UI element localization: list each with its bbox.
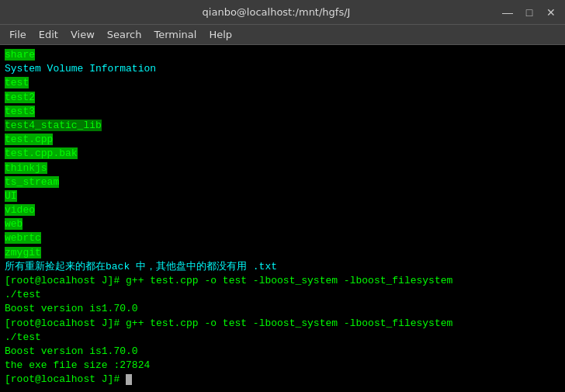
list-item: thinkjs (5, 161, 560, 175)
titlebar: qianbo@localhost:/mnt/hgfs/J — □ ✕ (0, 0, 565, 25)
terminal-output: the exe file size :27824 (5, 359, 560, 373)
terminal-output: [root@localhost J]# g++ test.cpp -o test… (5, 274, 560, 288)
list-item: test2 (5, 91, 560, 105)
list-item: ts_stream (5, 175, 560, 189)
list-item: 所有重新捡起来的都在back 中，其他盘中的都没有用 .txt (5, 260, 560, 274)
menu-file[interactable]: File (3, 27, 33, 42)
list-item: test.cpp.bak (5, 147, 560, 161)
terminal-output: ./test (5, 288, 560, 302)
list-item: test (5, 76, 560, 90)
window-title: qianbo@localhost:/mnt/hgfs/J (53, 6, 500, 18)
menu-view[interactable]: View (64, 27, 101, 42)
list-item: System Volume Information (5, 62, 560, 76)
menu-help[interactable]: Help (203, 27, 238, 42)
list-item: test3 (5, 105, 560, 119)
list-item: test.cpp (5, 133, 560, 147)
list-item: zmygit (5, 246, 560, 260)
terminal-output: Boost version is1.70.0 (5, 345, 560, 359)
minimize-button[interactable]: — (500, 6, 515, 19)
list-item: share (5, 48, 560, 62)
menu-edit[interactable]: Edit (33, 27, 64, 42)
terminal-area[interactable]: share System Volume Information test tes… (0, 45, 565, 392)
menu-terminal[interactable]: Terminal (147, 27, 203, 42)
list-item: UI (5, 189, 560, 203)
maximize-button[interactable]: □ (522, 6, 537, 19)
list-item: video (5, 203, 560, 217)
close-button[interactable]: ✕ (543, 6, 559, 19)
terminal-cursor (126, 374, 132, 385)
menubar: File Edit View Search Terminal Help (0, 25, 565, 45)
list-item: test4_static_lib (5, 119, 560, 133)
window-controls[interactable]: — □ ✕ (500, 6, 559, 19)
list-item: web (5, 217, 560, 231)
list-item: webrtc (5, 231, 560, 245)
terminal-prompt: [root@localhost J]# (5, 373, 560, 387)
terminal-output: [root@localhost J]# g++ test.cpp -o test… (5, 317, 560, 331)
terminal-output: Boost version is1.70.0 (5, 302, 560, 316)
menu-search[interactable]: Search (101, 27, 148, 42)
terminal-output: ./test (5, 331, 560, 345)
